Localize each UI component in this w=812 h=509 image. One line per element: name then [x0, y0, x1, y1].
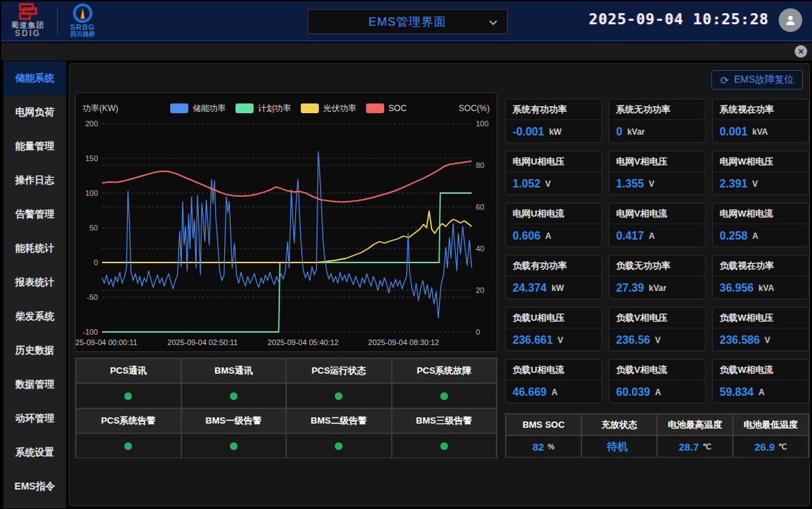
legend-label: 光伏功率: [323, 103, 356, 115]
sdig-logo-icon: [17, 3, 38, 21]
legend-swatch: [301, 103, 319, 113]
power-soc-chart: 200150100500-50-1001008060402002025-09-0…: [76, 117, 497, 350]
metric-value: 27.39: [616, 282, 644, 294]
status-header-cell: PCS通讯: [76, 358, 181, 383]
status-value-cell: [181, 383, 287, 408]
status-header-cell: PCS系统告警: [76, 408, 181, 433]
sidebar-item-energy-consumption[interactable]: 能耗统计: [3, 231, 66, 265]
metric-label: 负载有功功率: [506, 256, 602, 276]
svg-text:-50: -50: [87, 293, 98, 301]
time-text: 10:25:28: [693, 11, 769, 28]
ems-dashboard: 蜀道集团 SDIG SRBG 四川路桥 EMS管理界面 2025-09-04: [0, 0, 812, 509]
metric-card: 负载视在功率36.956kVA: [712, 255, 809, 299]
metric-label: 电网W相电压: [713, 151, 809, 172]
legend-item-光伏功率[interactable]: 光伏功率: [301, 103, 356, 115]
status-indicator-dot: [124, 442, 132, 450]
sidebar-item-ems-command[interactable]: EMS指令: [3, 469, 66, 503]
status-value-cell: [392, 383, 497, 408]
sidebar-item-history-data[interactable]: 历史数据: [3, 333, 66, 367]
metric-value: 60.039: [616, 386, 650, 399]
svg-text:2025-09-04 05:40:12: 2025-09-04 05:40:12: [267, 338, 338, 347]
sidebar-item-energy-management[interactable]: 能量管理: [3, 129, 66, 163]
metric-value: -0.001: [513, 126, 544, 138]
chevron-down-icon: [489, 20, 497, 26]
legend-label: SOC: [388, 103, 406, 113]
svg-text:150: 150: [85, 154, 98, 162]
sidebar-item-system-settings[interactable]: 系统设置: [3, 435, 66, 469]
tab-bar: ✕: [1, 43, 812, 60]
logo-divider: [57, 7, 58, 35]
metric-value: 236.56: [616, 334, 650, 347]
metric-value: 0.417: [616, 230, 644, 242]
sidebar-item-report-statistics[interactable]: 报表统计: [3, 265, 66, 299]
sidebar-item-diesel-system[interactable]: 柴发系统: [3, 299, 66, 333]
metric-card: 电网W相电压2.391V: [712, 151, 809, 195]
metric-label: 电网U相电流: [506, 203, 602, 224]
status-value-cell: [286, 383, 392, 408]
sidebar-item-operation-log[interactable]: 操作日志: [3, 163, 66, 197]
status-indicator-dot: [440, 442, 448, 450]
metric-label: 负载U相电压: [506, 308, 602, 328]
metric-label: 系统视在功率: [713, 99, 809, 120]
metric-value: 59.834: [720, 386, 754, 399]
status-header-cell: BMS通讯: [181, 358, 287, 383]
status-indicator-dot: [335, 442, 342, 450]
metric-label: 电网V相电压: [609, 151, 705, 172]
metric-card: 负载V相电压236.56V: [608, 307, 706, 351]
metric-value: 0.606: [513, 230, 540, 242]
status-header-cell: PCS系统故障: [392, 358, 497, 383]
svg-text:80: 80: [476, 161, 484, 169]
metric-unit: kVA: [752, 127, 768, 137]
legend-item-计划功率[interactable]: 计划功率: [235, 103, 291, 115]
status-value-cell: [286, 433, 392, 458]
svg-text:200: 200: [85, 119, 98, 128]
metric-card: 负载无功功率27.39kVar: [608, 255, 706, 299]
svg-text:20: 20: [476, 286, 484, 294]
metric-unit: kVar: [627, 127, 645, 137]
metric-value: 236.586: [720, 334, 760, 347]
svg-text:50: 50: [90, 224, 98, 232]
sidebar-item-alarm-management[interactable]: 告警管理: [3, 197, 66, 231]
ems-fault-reset-button[interactable]: ⟳ EMS故障复位: [711, 70, 803, 90]
legend-item-储能功率[interactable]: 储能功率: [170, 103, 226, 115]
metric-card: 负载有功功率24.374kW: [505, 255, 602, 299]
metric-label: 负载V相电压: [609, 308, 705, 328]
metric-unit: V: [765, 335, 770, 345]
metric-label: 负载视在功率: [713, 256, 809, 276]
metric-label: 负载V相电流: [609, 360, 705, 381]
sidebar-item-grid-load[interactable]: 电网负荷: [3, 95, 66, 129]
app-header: 蜀道集团 SDIG SRBG 四川路桥 EMS管理界面 2025-09-04: [1, 1, 812, 42]
metric-unit: A: [655, 387, 661, 397]
metric-value: 46.669: [513, 386, 547, 399]
metric-label: 负载U相电流: [506, 360, 602, 381]
metric-value: 36.956: [720, 282, 754, 294]
battery-table-header: 电池最高温度: [657, 414, 733, 435]
metric-unit: kW: [549, 127, 561, 137]
metric-unit: A: [752, 231, 759, 241]
sidebar-item-energy-storage[interactable]: 储能系统: [3, 61, 66, 95]
screen-select-dropdown[interactable]: EMS管理界面: [308, 9, 508, 34]
chart-legend: 储能功率计划功率光伏功率SOC: [118, 103, 458, 115]
svg-text:40: 40: [476, 244, 484, 253]
user-avatar-button[interactable]: [779, 8, 802, 32]
legend-swatch: [170, 103, 188, 113]
metric-unit: A: [552, 387, 558, 397]
legend-item-SOC[interactable]: SOC: [366, 103, 406, 113]
metric-unit: A: [759, 387, 765, 397]
sidebar-item-data-management[interactable]: 数据管理: [3, 367, 66, 401]
sidebar-item-env-monitoring[interactable]: 动环管理: [3, 401, 66, 435]
sdig-logo-en-text: SDIG: [15, 29, 40, 38]
metric-card: 系统有功功率-0.001kW: [505, 99, 602, 143]
svg-text:2025-09-04 08:30:12: 2025-09-04 08:30:12: [368, 338, 439, 347]
close-tab-button[interactable]: ✕: [795, 45, 807, 58]
metric-unit: kVA: [759, 283, 774, 293]
srbg-logo-icon: [72, 3, 93, 23]
metric-value: 24.374: [513, 282, 547, 294]
metric-card: 电网U相电压1.052V: [505, 151, 602, 195]
status-indicator-dot: [230, 442, 238, 450]
chart-header: 功率(KW) 储能功率计划功率光伏功率SOC SOC(%): [76, 93, 497, 117]
left-axis-title: 功率(KW): [83, 103, 118, 115]
metric-label: 负载W相电压: [713, 308, 809, 328]
svg-text:100: 100: [476, 119, 488, 128]
metric-cards-grid: 系统有功功率-0.001kW系统无功功率0kVar系统视在功率0.001kVA电…: [505, 99, 809, 403]
